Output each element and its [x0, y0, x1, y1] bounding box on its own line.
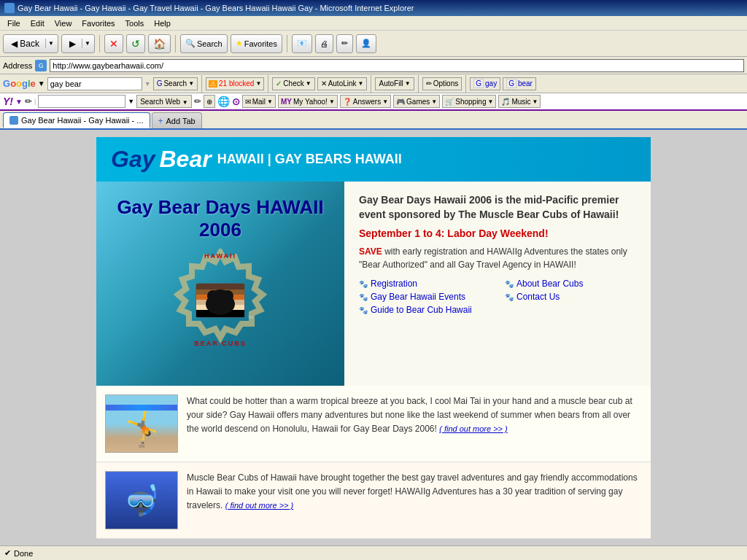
yahoo-input-dropdown[interactable]: ▼: [128, 98, 134, 105]
forward-button[interactable]: ▶ ▼: [61, 34, 95, 53]
menu-favorites[interactable]: Favorites: [77, 18, 119, 28]
google-search-button[interactable]: G Search ▼: [153, 77, 198, 90]
site-header: Gay Bear HAWAII | GAY BEARS HAWAII: [96, 137, 651, 182]
yahoo-search-input[interactable]: [38, 95, 125, 108]
ie-toolbar: ◀ Back ▼ ▶ ▼ ✕ ↺ 🏠 🔍 Search ★ Favorites …: [0, 31, 747, 57]
edit-button[interactable]: ✏: [336, 34, 353, 53]
yahoo-games-button[interactable]: 🎮 Games ▼: [393, 95, 440, 108]
tabs-bar: Gay Bear Hawaii - Gay Hawaii - ... + Add…: [0, 111, 747, 130]
blocked-dropdown[interactable]: ▼: [255, 80, 261, 87]
paw-icon-5: 🐾: [359, 306, 368, 314]
search-button[interactable]: 🔍 Search: [180, 34, 228, 53]
discuss-icon: 👤: [361, 39, 371, 48]
nav-link-about-bear-cubs[interactable]: 🐾 About Bear Cubs: [505, 279, 636, 289]
menu-edit[interactable]: Edit: [26, 18, 49, 28]
home-button[interactable]: 🏠: [148, 34, 171, 53]
add-tab-label: Add Tab: [166, 117, 196, 125]
tab-favicon: [9, 116, 18, 125]
content-area[interactable]: Gay Bear HAWAII | GAY BEARS HAWAII Gay B…: [0, 130, 747, 560]
nav-link-contact[interactable]: 🐾 Contact Us: [505, 292, 636, 302]
nav-link-events-label: Gay Bear Hawaii Events: [371, 292, 465, 302]
hero-section: Gay Bear Days HAWAII 2006: [96, 182, 651, 386]
logo-circle-text: HAWAII BEAR CUBS: [162, 249, 279, 351]
nav-link-about-label: About Bear Cubs: [516, 279, 583, 289]
yahoo-music-button[interactable]: 🎵 Music ▼: [498, 95, 541, 108]
media-icon: 📧: [297, 39, 307, 48]
nav-link-events[interactable]: 🐾 Gay Bear Hawaii Events: [359, 292, 490, 302]
article-1-findmore[interactable]: ( find out more >> ): [439, 424, 508, 433]
g-sep-4: [418, 75, 419, 93]
tab-label: Gay Bear Hawaii - Gay Hawaii - ...: [21, 116, 144, 125]
address-input[interactable]: [50, 59, 744, 72]
bear-logo-container: ™ HAWAII BEAR CUBS: [162, 249, 279, 351]
google-search-input[interactable]: [47, 77, 142, 90]
title-bar: Gay Bear Hawaii - Gay Hawaii - Gay Trave…: [0, 0, 747, 16]
stop-button[interactable]: ✕: [104, 34, 123, 53]
discuss-button[interactable]: 👤: [356, 34, 376, 53]
gay-icon: G: [473, 79, 484, 88]
hero-right: Gay Bear Days Hawaii 2006 is the mid-Pac…: [344, 182, 651, 386]
yahoo-answers-button[interactable]: ❓ Answers ▼: [340, 95, 391, 108]
save-text: SAVE: [359, 246, 382, 257]
site-subtitle: HAWAII | GAY BEARS HAWAII: [217, 152, 402, 167]
menu-bar: File Edit View Favorites Tools Help: [0, 16, 747, 31]
nav-link-contact-label: Contact Us: [516, 292, 560, 302]
check-button[interactable]: ✓ Check ▼: [272, 77, 314, 90]
google-dropdown-arrow[interactable]: ▼: [38, 79, 45, 88]
add-tab-button[interactable]: + Add Tab: [152, 112, 202, 128]
autolink-button[interactable]: ✕ AutoLink ▼: [317, 77, 368, 90]
music-icon: 🎵: [501, 98, 510, 106]
nav-links: 🐾 Registration 🐾 About Bear Cubs 🐾 Gay B…: [359, 279, 636, 315]
autolink-icon: ✕: [321, 79, 327, 88]
gay-search-button[interactable]: G gay: [470, 77, 500, 90]
search-icon: 🔍: [185, 39, 196, 48]
yahoo-toolbar: Y! ▼ ✏ | ▼ Search Web ▼ ✏ ⊕ 🌐 ⊙ ✉ Mail ▼…: [0, 93, 747, 111]
answers-icon: ❓: [343, 98, 352, 106]
back-button[interactable]: ◀ Back ▼: [3, 34, 58, 53]
pencil-y-icon: ✏: [194, 96, 201, 106]
yahoo-mail-button[interactable]: ✉ Mail ▼: [242, 95, 276, 108]
yahoo-toolbar-extra[interactable]: ⊕: [204, 95, 215, 108]
print-button[interactable]: 🖨: [315, 34, 333, 53]
nav-link-registration[interactable]: 🐾 Registration: [359, 279, 490, 289]
bear-search-button[interactable]: G bear: [503, 77, 536, 90]
site-title-gay: Gay: [111, 146, 155, 173]
menu-file[interactable]: File: [3, 18, 25, 28]
article-2-findmore[interactable]: ( find out more >> ): [225, 501, 294, 510]
menu-help[interactable]: Help: [150, 18, 175, 28]
yahoo-dropdown[interactable]: ▼: [15, 98, 23, 106]
shopping-icon: 🛒: [445, 98, 454, 106]
menu-tools[interactable]: Tools: [121, 18, 149, 28]
active-tab[interactable]: Gay Bear Hawaii - Gay Hawaii - ...: [3, 112, 150, 128]
autofill-button[interactable]: AutoFill ▼: [375, 77, 414, 90]
status-icon: ✔: [4, 548, 11, 558]
g-sep-3: [371, 75, 371, 93]
pencil-icon: ✏: [426, 79, 432, 88]
search-dropdown-icon[interactable]: ▼: [188, 80, 194, 87]
yahoo-sep: |: [34, 98, 36, 105]
favorites-button[interactable]: ★ Favorites: [231, 34, 282, 53]
event-date: September 1 to 4: Labor Day Weekend!: [359, 228, 636, 239]
refresh-button[interactable]: ↺: [126, 34, 145, 53]
options-button[interactable]: ✏ Options: [422, 77, 462, 90]
article-2-text: Muscle Bear Cubs of Hawaii have brought …: [187, 471, 642, 529]
yahoo-my-yahoo-button[interactable]: MY My Yahoo! ▼: [278, 95, 338, 108]
check-icon: ✓: [276, 79, 282, 88]
bear-icon: G: [506, 79, 516, 88]
nav-link-guide[interactable]: 🐾 Guide to Bear Cub Hawaii: [359, 305, 490, 315]
water-line: [106, 405, 177, 411]
toolbar-sep-2: [175, 35, 176, 52]
g-sep-1: [201, 75, 202, 93]
site-content: Gay Bear HAWAII | GAY BEARS HAWAII Gay B…: [96, 137, 651, 539]
blocked-badge[interactable]: ⚠ 21 blocked ▼: [206, 77, 264, 90]
media-button[interactable]: 📧: [292, 34, 312, 53]
site-title-bear: Bear: [159, 146, 211, 173]
yahoo-shopping-button[interactable]: 🛒 Shopping ▼: [442, 95, 496, 108]
status-bar: ✔ Done: [0, 545, 747, 560]
google-input-dropdown[interactable]: ▼: [144, 80, 151, 88]
save-rest: with early registration and HAWAIIg Adve…: [359, 246, 627, 270]
article-2-image: 🤿: [105, 471, 178, 529]
paw-icon-3: 🐾: [359, 293, 368, 301]
menu-view[interactable]: View: [50, 18, 77, 28]
yahoo-search-web-button[interactable]: Search Web ▼: [136, 95, 192, 108]
